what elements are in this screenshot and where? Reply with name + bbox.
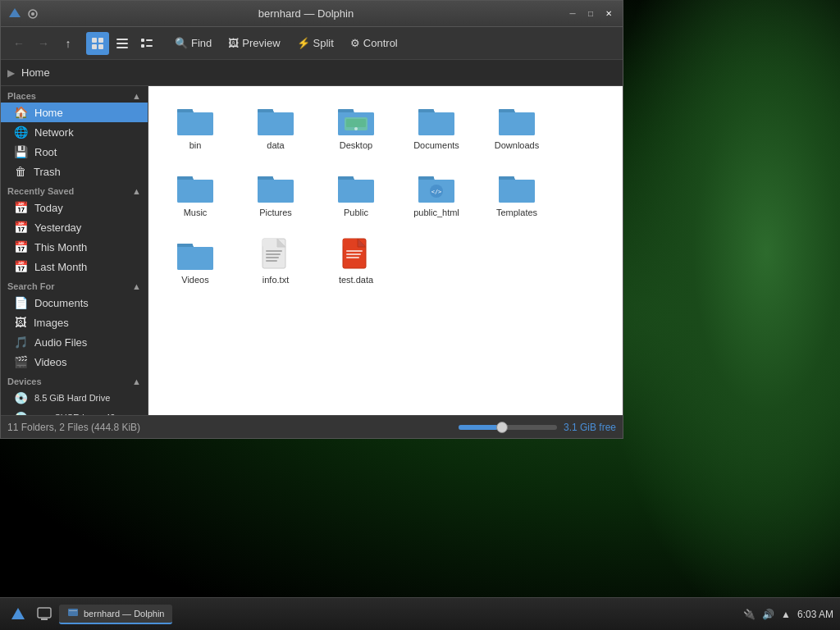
sidebar-item-audio-files[interactable]: 🎵 Audio Files <box>1 332 148 352</box>
svg-rect-16 <box>258 112 294 135</box>
forward-button[interactable]: → <box>32 32 55 55</box>
preview-button[interactable]: 🖼 Preview <box>221 34 286 52</box>
taskbar-up-arrow: ▲ <box>781 609 791 620</box>
svg-rect-50 <box>346 253 361 255</box>
file-icon-pictures <box>256 170 295 204</box>
file-item-data[interactable]: data <box>239 96 313 157</box>
taskbar-dolphin-button[interactable]: bernhard — Dolphin <box>59 605 172 624</box>
file-item-videos[interactable]: Videos <box>158 231 232 291</box>
up-button[interactable]: ↑ <box>57 32 80 55</box>
file-item-desktop[interactable]: Desktop <box>319 96 393 157</box>
sidebar-item-home[interactable]: 🏠 Home <box>1 103 148 122</box>
svg-rect-37 <box>499 180 535 203</box>
calendar-icon: 📅 <box>14 240 28 253</box>
file-icon-templates <box>497 170 536 204</box>
file-item-pictures[interactable]: Pictures <box>239 163 313 224</box>
calendar-icon: 📅 <box>14 201 28 214</box>
svg-rect-5 <box>92 44 97 49</box>
svg-rect-32 <box>338 176 354 180</box>
svg-rect-39 <box>177 247 213 270</box>
sidebar-item-trash[interactable]: 🗑 Trash <box>1 162 148 181</box>
recently-saved-section-header[interactable]: Recently Saved ▲ <box>1 181 148 198</box>
places-section-header[interactable]: Places ▲ <box>1 86 148 103</box>
sidebar-item-today[interactable]: 📅 Today <box>1 198 148 217</box>
file-item-templates[interactable]: Templates <box>480 163 554 224</box>
file-item-test_data[interactable]: test.data <box>319 231 393 291</box>
svg-rect-9 <box>116 47 128 48</box>
devices-section-header[interactable]: Devices ▲ <box>1 372 148 388</box>
file-label-info_txt: info.txt <box>262 275 289 285</box>
taskbar-desktop-icon[interactable] <box>33 603 56 626</box>
svg-rect-49 <box>346 250 363 252</box>
svg-rect-4 <box>98 38 103 43</box>
svg-rect-3 <box>92 38 97 43</box>
sidebar-item-documents[interactable]: 📄 Documents <box>1 293 148 313</box>
svg-rect-19 <box>338 109 354 112</box>
file-item-bin[interactable]: bin <box>158 96 232 157</box>
svg-rect-13 <box>146 45 153 47</box>
addressbar: ▶ Home <box>1 60 623 86</box>
file-label-videos: Videos <box>181 275 208 285</box>
svg-rect-46 <box>266 260 277 262</box>
sidebar-item-opensuse[interactable]: 💿 openSUSE-Leap-42.1- <box>1 408 148 415</box>
file-item-info_txt[interactable]: info.txt <box>239 231 313 291</box>
file-item-downloads[interactable]: Downloads <box>480 96 554 157</box>
minimize-button[interactable]: ─ <box>565 7 580 21</box>
svg-rect-8 <box>116 43 128 44</box>
sidebar-item-this-month[interactable]: 📅 This Month <box>1 237 148 257</box>
free-space: 3.1 GiB free <box>564 422 616 433</box>
kde-start-button[interactable] <box>7 603 30 626</box>
file-label-bin: bin <box>189 140 202 150</box>
svg-rect-38 <box>499 176 514 180</box>
zoom-slider[interactable] <box>459 425 557 430</box>
collapse-icon: ▲ <box>132 281 141 291</box>
sidebar-item-last-month[interactable]: 📅 Last Month <box>1 257 148 276</box>
sidebar-item-network[interactable]: 🌐 Network <box>1 122 148 142</box>
file-icon-videos <box>176 237 215 272</box>
sidebar-item-hard-drive[interactable]: 💿 8.5 GiB Hard Drive <box>1 388 148 408</box>
file-icon-documents <box>417 103 456 137</box>
svg-rect-34 <box>418 176 434 180</box>
maximize-button[interactable]: □ <box>583 7 598 21</box>
compact-view-button[interactable] <box>111 32 134 55</box>
file-label-test_data: test.data <box>339 275 373 285</box>
svg-point-2 <box>31 12 34 16</box>
taskbar-time: 6:03 AM <box>797 609 833 620</box>
file-label-desktop: Desktop <box>340 140 372 150</box>
close-button[interactable]: ✕ <box>601 7 616 21</box>
control-button[interactable]: ⚙ Control <box>344 34 404 52</box>
file-item-documents[interactable]: Documents <box>399 96 473 157</box>
svg-rect-15 <box>177 109 193 112</box>
zoom-slider-thumb <box>496 422 508 433</box>
file-item-public[interactable]: Public <box>319 163 393 224</box>
sidebar: Places ▲ 🏠 Home 🌐 Network 💾 Root 🗑 Trash <box>1 86 148 415</box>
back-button[interactable]: ← <box>7 32 30 55</box>
svg-rect-44 <box>266 253 281 255</box>
document-icon: 📄 <box>14 296 28 309</box>
window-controls: ─ □ ✕ <box>565 7 616 21</box>
image-icon: 🖼 <box>14 316 27 329</box>
search-for-section-header[interactable]: Search For ▲ <box>1 276 148 293</box>
icon-view-button[interactable] <box>86 32 109 55</box>
breadcrumb-home[interactable]: Home <box>18 65 53 80</box>
split-button[interactable]: ⚡ Split <box>290 34 340 52</box>
file-label-public: Public <box>344 208 368 217</box>
file-item-music[interactable]: Music <box>158 163 232 224</box>
root-icon: 💾 <box>14 145 28 158</box>
svg-rect-42 <box>262 239 277 247</box>
dolphin-window: bernhard — Dolphin ─ □ ✕ ← → ↑ <box>0 0 623 439</box>
svg-rect-27 <box>177 180 213 203</box>
sidebar-item-videos[interactable]: 🎬 Videos <box>1 352 148 372</box>
video-icon: 🎬 <box>14 355 28 368</box>
file-item-public_html[interactable]: </> public_html <box>399 163 473 224</box>
toolbar: ← → ↑ <box>1 27 623 60</box>
svg-marker-52 <box>11 608 25 619</box>
find-button[interactable]: 🔍 Find <box>168 34 218 52</box>
sidebar-item-yesterday[interactable]: 📅 Yesterday <box>1 217 148 237</box>
titlebar-left-icons <box>7 7 40 21</box>
detail-view-button[interactable] <box>135 32 158 55</box>
sidebar-item-images[interactable]: 🖼 Images <box>1 313 148 332</box>
pin-icon <box>25 7 40 21</box>
sidebar-item-root[interactable]: 💾 Root <box>1 142 148 162</box>
svg-rect-24 <box>418 109 434 112</box>
